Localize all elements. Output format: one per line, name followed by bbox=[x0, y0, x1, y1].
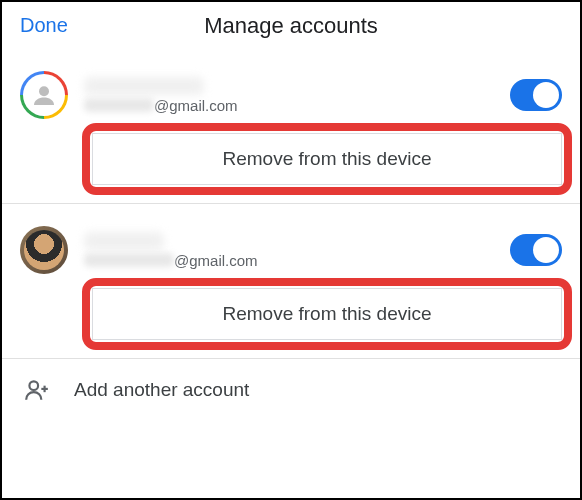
add-another-account-label: Add another account bbox=[74, 379, 249, 401]
person-add-icon bbox=[24, 377, 50, 403]
svg-point-0 bbox=[39, 86, 49, 96]
avatar bbox=[20, 226, 68, 274]
account-email-local bbox=[84, 253, 174, 267]
account-email-suffix: @gmail.com bbox=[154, 97, 238, 114]
account-toggle[interactable] bbox=[510, 79, 562, 111]
remove-from-device-button[interactable]: Remove from this device bbox=[92, 288, 562, 340]
remove-from-device-button[interactable]: Remove from this device bbox=[92, 133, 562, 185]
account-toggle[interactable] bbox=[510, 234, 562, 266]
avatar bbox=[20, 71, 68, 119]
account-name bbox=[84, 232, 164, 250]
page-title: Manage accounts bbox=[204, 13, 378, 39]
account-email-local bbox=[84, 98, 154, 112]
add-another-account-row[interactable]: Add another account bbox=[2, 359, 580, 411]
account-email-suffix: @gmail.com bbox=[174, 252, 258, 269]
done-button[interactable]: Done bbox=[20, 14, 68, 37]
account-item: @gmail.com Remove from this device bbox=[2, 204, 580, 359]
svg-point-1 bbox=[29, 381, 38, 390]
person-icon bbox=[29, 80, 59, 110]
account-name bbox=[84, 77, 204, 95]
account-item: @gmail.com Remove from this device bbox=[2, 49, 580, 204]
